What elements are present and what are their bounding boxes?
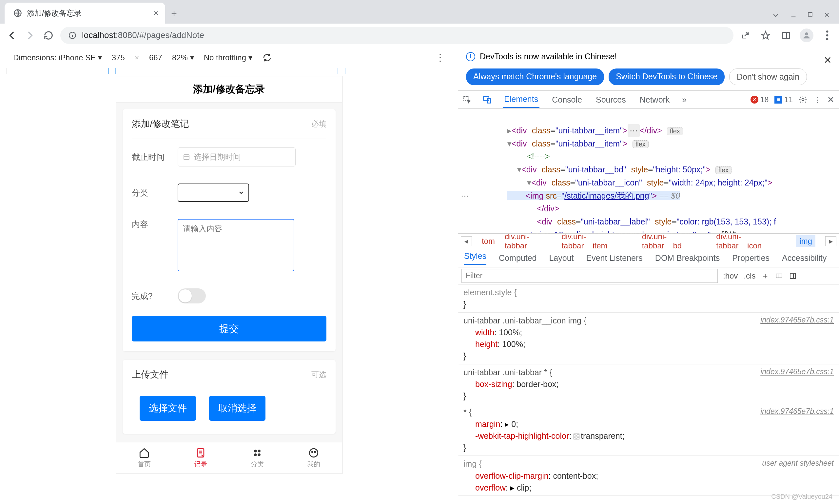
pill-dont-show[interactable]: Don't show again xyxy=(729,69,807,85)
tab-console[interactable]: Console xyxy=(551,92,583,108)
watermark: CSDN @Valueyou24 xyxy=(771,492,833,501)
svg-rect-21 xyxy=(776,274,782,278)
devtools-tabs: Elements Console Sources Network » ✕18 ≡… xyxy=(458,90,839,109)
profile-avatar[interactable] xyxy=(800,29,814,42)
maximize-icon[interactable] xyxy=(807,11,814,18)
face-icon xyxy=(308,447,319,458)
url-box[interactable]: localhost:8080/#/pages/addNote xyxy=(60,27,733,44)
pill-switch-cn[interactable]: Switch DevTools to Chinese xyxy=(609,69,725,85)
chevron-down-icon xyxy=(238,190,245,196)
error-count[interactable]: ✕18 xyxy=(750,95,769,104)
tab-styles[interactable]: Styles xyxy=(464,251,486,265)
card-title: 添加/修改笔记 xyxy=(132,118,190,130)
device-preview-pane: Dimensions: iPhone SE ▾ 375 × 667 82% ▾ … xyxy=(0,47,458,504)
tab-a11y[interactable]: Accessibility xyxy=(782,253,826,263)
cancel-file-button[interactable]: 取消选择 xyxy=(209,396,266,421)
panel-icon[interactable] xyxy=(779,29,792,42)
height-input[interactable]: 667 xyxy=(149,53,162,62)
width-input[interactable]: 375 xyxy=(112,53,125,62)
svg-point-6 xyxy=(826,34,828,36)
info-icon xyxy=(68,31,77,40)
svg-point-4 xyxy=(805,32,808,35)
throttling-select[interactable]: No throttling ▾ xyxy=(204,53,252,62)
home-icon xyxy=(139,447,150,458)
cls-toggle[interactable]: .cls xyxy=(744,271,755,281)
tabbar: 首页 记录 分类 我的 xyxy=(116,442,342,473)
back-button[interactable] xyxy=(5,29,18,42)
device-toggle-icon[interactable] xyxy=(482,95,492,104)
dimensions-select[interactable]: Dimensions: iPhone SE ▾ xyxy=(13,53,102,62)
grid-icon xyxy=(252,447,263,458)
banner-close-icon[interactable]: ✕ xyxy=(824,54,832,66)
panel-toggle-icon[interactable] xyxy=(789,272,797,280)
forward-button[interactable] xyxy=(23,29,37,42)
minimize-icon[interactable] xyxy=(790,11,797,18)
tab-network[interactable]: Network xyxy=(639,92,671,108)
share-icon[interactable] xyxy=(739,29,752,42)
svg-point-14 xyxy=(310,449,318,457)
new-tab-button[interactable]: + xyxy=(165,4,183,23)
reload-button[interactable] xyxy=(42,29,55,42)
devtools-pane: i DevTools is now available in Chinese! … xyxy=(458,47,839,504)
date-picker[interactable]: 选择日期时间 xyxy=(178,147,296,166)
upload-card: 上传文件 可选 选择文件 取消选择 xyxy=(123,360,336,434)
required-hint: 必填 xyxy=(311,119,326,129)
tab-layout[interactable]: Layout xyxy=(549,253,573,263)
devtools-close-icon[interactable]: ✕ xyxy=(827,95,834,105)
content-textarea[interactable] xyxy=(178,219,294,271)
svg-point-5 xyxy=(826,31,828,33)
css-rules[interactable]: element.style { } index.97465e7b.css:1 u… xyxy=(458,285,839,504)
browser-tab[interactable]: 添加/修改备忘录 xyxy=(5,3,165,23)
tab-dom-bp[interactable]: DOM Breakpoints xyxy=(655,253,720,263)
pill-match-lang[interactable]: Always match Chrome's language xyxy=(466,69,604,85)
flex-icon[interactable] xyxy=(775,272,783,280)
tab-title: 添加/修改备忘录 xyxy=(27,8,148,18)
category-select[interactable] xyxy=(178,183,249,202)
category-label: 分类 xyxy=(132,187,171,198)
chevron-down-icon[interactable] xyxy=(771,11,780,20)
inspect-icon[interactable] xyxy=(463,95,471,104)
submit-button[interactable]: 提交 xyxy=(132,316,326,341)
devtools-more-icon[interactable]: ⋮ xyxy=(813,95,821,105)
zoom-select[interactable]: 82% ▾ xyxy=(172,53,194,62)
deadline-label: 截止时间 xyxy=(132,152,171,163)
phone-frame: 添加/修改备忘录 添加/修改笔记 必填 截止时间 选择日期时间 xyxy=(116,76,342,474)
gear-icon[interactable] xyxy=(799,95,807,104)
tab-elements[interactable]: Elements xyxy=(503,91,539,108)
dom-breadcrumb[interactable]: ◂ tom div.uni-tabbar div.uni-tabbar__ite… xyxy=(458,233,839,249)
tab-profile[interactable]: 我的 xyxy=(285,443,342,473)
styles-filter-input[interactable] xyxy=(461,269,718,283)
bookmark-icon[interactable] xyxy=(759,29,772,42)
choose-file-button[interactable]: 选择文件 xyxy=(140,396,196,421)
tab-home[interactable]: 首页 xyxy=(116,443,173,473)
tabs-overflow-icon[interactable]: » xyxy=(682,95,686,105)
menu-icon[interactable] xyxy=(821,29,834,42)
url-text: localhost:8080/#/pages/addNote xyxy=(82,30,204,40)
svg-point-10 xyxy=(254,450,257,453)
tab-strip: 添加/修改备忘录 + xyxy=(0,0,839,23)
tab-category[interactable]: 分类 xyxy=(229,443,286,473)
svg-rect-8 xyxy=(184,155,189,160)
tab-notes[interactable]: 记录 xyxy=(173,443,229,473)
svg-point-7 xyxy=(826,38,828,40)
done-toggle[interactable] xyxy=(178,288,206,303)
message-count[interactable]: ≡11 xyxy=(774,95,793,104)
devtools-banner: i DevTools is now available in Chinese! … xyxy=(458,47,839,66)
new-rule-icon[interactable]: ＋ xyxy=(761,271,769,281)
page-title: 添加/修改备忘录 xyxy=(116,76,342,103)
globe-icon xyxy=(13,8,22,18)
device-more-icon[interactable]: ⋮ xyxy=(435,52,445,63)
tab-listeners[interactable]: Event Listeners xyxy=(586,253,643,263)
device-toolbar: Dimensions: iPhone SE ▾ 375 × 667 82% ▾ … xyxy=(0,47,458,68)
hov-toggle[interactable]: :hov xyxy=(723,271,738,281)
close-icon[interactable] xyxy=(153,10,159,16)
tab-sources[interactable]: Sources xyxy=(594,92,627,108)
svg-point-16 xyxy=(315,452,316,453)
ruler xyxy=(0,68,458,75)
window-close-icon[interactable] xyxy=(823,11,831,18)
tab-computed[interactable]: Computed xyxy=(499,253,536,263)
rotate-icon[interactable] xyxy=(262,53,272,62)
dom-tree[interactable]: ▸<div class="uni-tabbar__item">⋯</div> f… xyxy=(458,109,839,233)
tab-properties[interactable]: Properties xyxy=(732,253,769,263)
note-icon xyxy=(195,447,206,458)
